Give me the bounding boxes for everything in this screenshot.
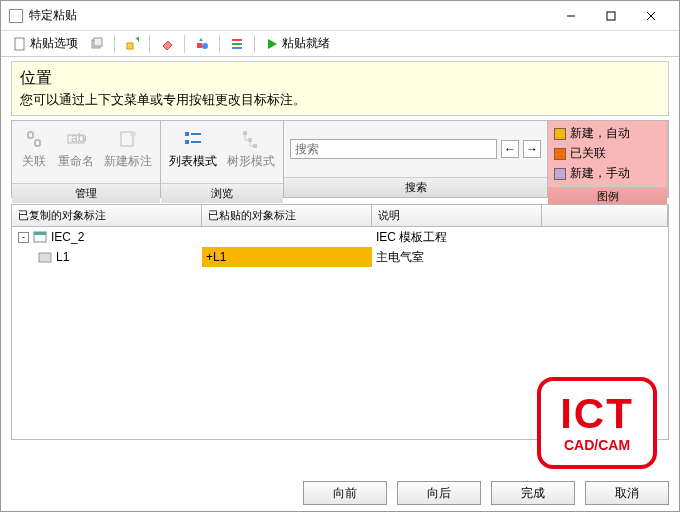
legend-text: 新建，手动	[570, 165, 630, 182]
list-mode-button[interactable]: 列表模式	[165, 125, 221, 179]
search-next-button[interactable]: →	[523, 140, 541, 158]
link-button[interactable]: 关联	[16, 125, 52, 179]
svg-rect-4	[15, 38, 24, 50]
next-button[interactable]: 向后	[397, 481, 481, 505]
svg-rect-18	[35, 140, 40, 146]
legend-item: 新建，手动	[554, 165, 661, 182]
toolbar-shapes-button[interactable]	[191, 33, 213, 55]
list-bars-icon	[230, 37, 244, 51]
svg-point-22	[130, 131, 136, 137]
link-icon	[22, 127, 46, 151]
toolbar-list-button[interactable]	[226, 33, 248, 55]
shapes-icon	[195, 37, 209, 51]
folder-icon	[38, 250, 52, 264]
new-tag-icon	[116, 127, 140, 151]
th-pasted[interactable]: 已粘贴的对象标注	[202, 205, 372, 226]
ribbon-search-label: 搜索	[284, 177, 547, 197]
ribbon-legend-label: 图例	[548, 186, 667, 206]
tree-toggle[interactable]: -	[18, 232, 29, 243]
info-desc: 您可以通过上下文菜单或专用按钮更改目标标注。	[20, 91, 660, 109]
legend-item: 已关联	[554, 145, 661, 162]
tree-mode-button[interactable]: 树形模式	[223, 125, 279, 179]
rename-button[interactable]: abc重命名	[54, 125, 98, 179]
paste-ready-button[interactable]: 粘贴就绪	[261, 33, 334, 55]
toolbar-erase-button[interactable]	[156, 33, 178, 55]
ribbon: 关联 abc重命名 新建标注 管理 列表模式 树形模式 浏览 ← → 搜索 新建…	[11, 120, 669, 198]
titlebar: 特定粘贴	[1, 1, 679, 31]
svg-marker-16	[268, 39, 277, 49]
svg-text:abc: abc	[71, 131, 86, 145]
list-mode-icon	[181, 127, 205, 151]
svg-marker-10	[199, 38, 203, 41]
legend-text: 已关联	[570, 145, 606, 162]
legend-swatch	[554, 128, 566, 140]
svg-rect-11	[197, 43, 202, 48]
toolbar-add-button[interactable]: ✦	[121, 33, 143, 55]
svg-point-12	[202, 43, 208, 49]
logo-watermark: ICT CAD/CAM	[537, 377, 657, 469]
search-prev-button[interactable]: ←	[501, 140, 519, 158]
footer: 向前 向后 完成 取消	[303, 481, 669, 505]
svg-rect-25	[185, 140, 189, 144]
stack-icon	[90, 37, 104, 51]
svg-rect-27	[243, 131, 247, 135]
paste-options-button[interactable]: 粘贴选项	[9, 33, 82, 55]
new-tag-button[interactable]: 新建标注	[100, 125, 156, 179]
ribbon-manage-label: 管理	[12, 183, 160, 203]
svg-text:✦: ✦	[134, 37, 139, 46]
legend-text: 新建，自动	[570, 125, 630, 142]
info-panel: 位置 您可以通过上下文菜单或专用按钮更改目标标注。	[11, 61, 669, 116]
ribbon-group-search: ← → 搜索	[284, 121, 548, 197]
search-input[interactable]	[290, 139, 497, 159]
legend-item: 新建，自动	[554, 125, 661, 142]
window-title: 特定粘贴	[29, 7, 551, 24]
app-icon	[9, 9, 23, 23]
table-row[interactable]: -IEC_2IEC 模板工程	[12, 227, 668, 247]
svg-rect-28	[248, 138, 252, 142]
svg-rect-26	[191, 141, 201, 143]
svg-rect-32	[39, 253, 51, 262]
svg-rect-29	[253, 144, 257, 148]
logo-subtext: CAD/CAM	[564, 437, 630, 453]
svg-rect-14	[232, 43, 242, 45]
th-extra[interactable]	[542, 205, 668, 226]
svg-rect-1	[607, 12, 615, 20]
ribbon-browse-label: 浏览	[161, 183, 283, 203]
legend-swatch	[554, 168, 566, 180]
table-header: 已复制的对象标注 已粘贴的对象标注 说明	[12, 205, 668, 227]
ribbon-group-legend: 新建，自动已关联新建，手动 图例	[548, 121, 668, 197]
rename-icon: abc	[64, 127, 88, 151]
legend-swatch	[554, 148, 566, 160]
svg-rect-6	[94, 38, 102, 46]
prev-button[interactable]: 向前	[303, 481, 387, 505]
info-title: 位置	[20, 68, 660, 89]
paste-options-label: 粘贴选项	[30, 35, 78, 52]
logo-text: ICT	[560, 393, 634, 435]
svg-rect-17	[28, 132, 33, 138]
play-icon	[265, 37, 279, 51]
project-icon	[33, 230, 47, 244]
finish-button[interactable]: 完成	[491, 481, 575, 505]
tree-mode-icon	[239, 127, 263, 151]
add-star-icon: ✦	[125, 37, 139, 51]
eraser-icon	[160, 37, 174, 51]
cancel-button[interactable]: 取消	[585, 481, 669, 505]
ribbon-group-browse: 列表模式 树形模式 浏览	[161, 121, 284, 197]
minimize-button[interactable]	[551, 2, 591, 30]
svg-rect-13	[232, 39, 242, 41]
toolbar: 粘贴选项 ✦ 粘贴就绪	[1, 31, 679, 57]
th-copied[interactable]: 已复制的对象标注	[12, 205, 202, 226]
svg-rect-7	[127, 43, 133, 49]
svg-marker-9	[163, 41, 172, 50]
svg-rect-23	[185, 132, 189, 136]
page-icon	[13, 37, 27, 51]
maximize-button[interactable]	[591, 2, 631, 30]
close-button[interactable]	[631, 2, 671, 30]
svg-rect-15	[232, 47, 242, 49]
svg-rect-31	[34, 232, 46, 235]
svg-rect-24	[191, 133, 201, 135]
toolbar-stack-button[interactable]	[86, 33, 108, 55]
ribbon-group-manage: 关联 abc重命名 新建标注 管理	[12, 121, 161, 197]
th-desc[interactable]: 说明	[372, 205, 542, 226]
table-row[interactable]: L1+L1主电气室	[12, 247, 668, 267]
